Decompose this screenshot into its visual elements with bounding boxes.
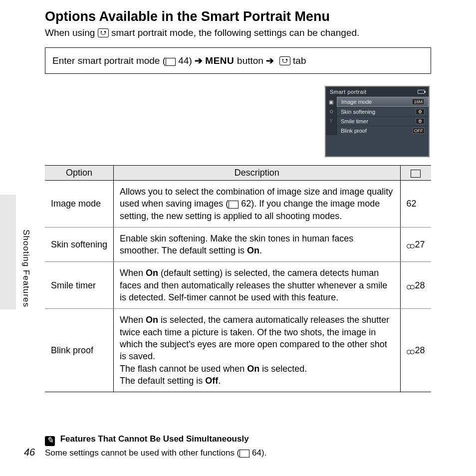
book-icon [239, 450, 249, 457]
header-description: Description [114, 166, 400, 181]
description-cell: Enable skin softening. Make the skin ton… [114, 227, 400, 262]
arrow-right-icon: ➔ [266, 55, 274, 66]
option-name-cell: Skin softening [45, 227, 114, 262]
screenshot-menu-row: YSmile timer⚙ [326, 116, 429, 126]
camera-menu-screenshot: Smart portrait ▣Image mode16M✿Skin softe… [325, 86, 430, 157]
note-icon: ✎ [45, 436, 55, 446]
page-number: 46 [24, 447, 35, 458]
intro-text: When using smart portrait mode, the foll… [45, 27, 431, 38]
note-header: ✎ Features That Cannot Be Used Simultane… [45, 434, 431, 446]
screenshot-menu-row: ▣Image mode16M [326, 97, 429, 107]
screenshot-title-bar: Smart portrait [326, 87, 429, 97]
book-icon [411, 170, 421, 177]
description-cell: When On is selected, the camera automati… [114, 309, 400, 392]
option-name-cell: Smile timer [45, 262, 114, 309]
table-row: Smile timerWhen On (default setting) is … [45, 262, 431, 309]
screenshot-menu-item: Blink proofOFF [337, 126, 429, 135]
screenshot-menu-item: Smile timer⚙ [337, 116, 429, 126]
navigation-path-box: Enter smart portrait mode ( 44) ➔ MENU b… [45, 47, 431, 74]
battery-icon [418, 90, 425, 94]
screenshot-side-tab: Y [326, 116, 337, 126]
book-icon [166, 58, 176, 65]
screenshot-menu-row: Blink proofOFF [326, 126, 429, 135]
note-body: Some settings cannot be used with other … [45, 448, 431, 458]
table-header-row: Option Description [45, 166, 431, 181]
screenshot-menu-item: Image mode16M [337, 97, 429, 107]
reference-cell: 62 [400, 181, 431, 228]
description-cell: When On (default setting) is selected, t… [114, 262, 400, 309]
table-row: Blink proofWhen On is selected, the came… [45, 309, 431, 392]
screenshot-side-tab [326, 126, 337, 135]
header-reference [400, 166, 431, 181]
options-table: Option Description Image modeAllows you … [45, 165, 431, 392]
reference-cell: 28 [400, 309, 431, 392]
smart-portrait-icon [98, 28, 109, 37]
header-option: Option [45, 166, 114, 181]
manual-page: Options Available in the Smart Portrait … [0, 0, 476, 468]
description-cell: Allows you to select the combination of … [114, 181, 400, 228]
option-name-cell: Blink proof [45, 309, 114, 392]
menu-button-label: MENU [205, 55, 237, 66]
page-title: Options Available in the Smart Portrait … [45, 9, 431, 24]
note-section: ✎ Features That Cannot Be Used Simultane… [45, 434, 431, 458]
option-name-cell: Image mode [45, 181, 114, 228]
arrow-right-icon: ➔ [195, 55, 203, 66]
screenshot-menu-row: ✿Skin softening⚙ [326, 107, 429, 116]
table-row: Image modeAllows you to select the combi… [45, 181, 431, 228]
reference-cell: 28 [400, 262, 431, 309]
screenshot-menu-item: Skin softening⚙ [337, 107, 429, 116]
reference-cell: 27 [400, 227, 431, 262]
table-row: Skin softeningEnable skin softening. Mak… [45, 227, 431, 262]
screenshot-side-tab: ▣ [326, 97, 337, 107]
smart-portrait-icon [279, 56, 290, 65]
screenshot-side-tab: ✿ [326, 107, 337, 116]
